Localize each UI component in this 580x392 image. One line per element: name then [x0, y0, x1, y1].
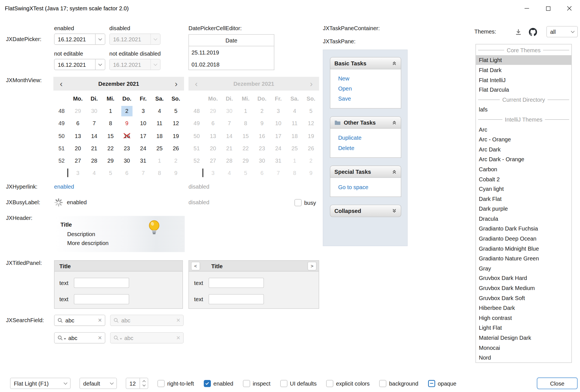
style-combobox[interactable]: default	[79, 378, 117, 389]
day-cell[interactable]: 2	[119, 105, 135, 117]
theme-list-item[interactable]: Dark Flat	[476, 194, 572, 204]
table-column-header[interactable]: Date	[189, 35, 274, 46]
font-size-value[interactable]: 12	[126, 378, 140, 388]
theme-list-item[interactable]: Material Design Dark	[476, 333, 572, 343]
titledpanel-next-button[interactable]: >	[308, 262, 317, 270]
taskpane-header[interactable]: Collapsed	[330, 205, 401, 217]
clear-icon[interactable]: ×	[98, 317, 102, 324]
day-cell[interactable]: 5	[168, 105, 184, 117]
spinner-arrows[interactable]	[140, 378, 148, 388]
checkbox-ui-defaults[interactable]: UI defaults	[280, 380, 317, 387]
theme-list-item[interactable]: Arc	[476, 124, 572, 134]
monthview-calendar-enabled[interactable]: ‹Dezember 2021›Mo.Di.Mi.Do.Fr.Sa.So.4829…	[53, 77, 184, 179]
search-field-enabled[interactable]: abc ×	[54, 315, 105, 326]
theme-list-item[interactable]: Cyan light	[476, 184, 572, 194]
maximize-button[interactable]	[537, 0, 559, 17]
text-input[interactable]	[209, 294, 264, 304]
taskpane-header[interactable]: Other Tasks	[330, 116, 401, 129]
day-cell[interactable]: 14	[86, 130, 102, 142]
day-cell[interactable]: 5	[102, 167, 119, 179]
day-cell[interactable]: 4	[151, 105, 168, 117]
theme-list-item[interactable]: Gradianto Midnight Blue	[476, 243, 572, 253]
dropdown-arrow-icon[interactable]	[95, 34, 105, 44]
day-cell[interactable]: 18	[151, 130, 168, 142]
table-row[interactable]: 01.02.2018	[189, 58, 274, 70]
day-cell[interactable]: 21	[86, 142, 102, 154]
theme-list-item[interactable]: Flat Dark	[476, 65, 572, 75]
day-cell[interactable]: 7	[86, 117, 102, 130]
day-cell[interactable]: 4	[86, 167, 102, 179]
clear-icon[interactable]: ×	[98, 334, 102, 341]
search-input-value[interactable]: abc	[68, 335, 96, 341]
day-cell[interactable]: 8	[151, 167, 168, 179]
checkbox-opaque[interactable]: opaque	[428, 380, 456, 387]
theme-list-item[interactable]: Gradianto Dark Fuchsia	[476, 224, 572, 233]
day-cell[interactable]: 19	[168, 130, 184, 142]
table-row[interactable]: 25.11.2019	[189, 46, 274, 58]
day-cell[interactable]: 2	[168, 154, 184, 167]
day-cell[interactable]: 31	[135, 154, 151, 167]
theme-list-item[interactable]: Dark purple	[476, 204, 572, 213]
day-cell[interactable]: 27	[70, 154, 86, 167]
day-cell[interactable]: 29	[102, 154, 119, 167]
day-cell[interactable]: 6	[119, 167, 135, 179]
taskpane-link[interactable]: New	[338, 75, 398, 82]
day-cell[interactable]: 13	[70, 130, 86, 142]
laf-combobox[interactable]: Flat Light (F1)	[10, 378, 70, 389]
checkbox-right-to-left[interactable]: right-to-left	[157, 380, 194, 387]
day-cell[interactable]: 22	[102, 142, 119, 154]
day-cell[interactable]: 9	[119, 117, 135, 130]
day-cell[interactable]: 1	[102, 105, 119, 117]
text-input[interactable]	[74, 278, 129, 288]
day-cell[interactable]: 23	[119, 142, 135, 154]
checkbox-busy[interactable]: busy	[294, 199, 316, 206]
checkbox-explicit-colors[interactable]: explicit colors	[326, 380, 370, 387]
theme-list-item[interactable]: Gradianto Nature Green	[476, 253, 572, 263]
next-month-button[interactable]: ›	[171, 80, 181, 88]
prev-month-button[interactable]: ‹	[56, 80, 66, 88]
dropdown-arrow-icon[interactable]	[95, 59, 105, 70]
day-cell[interactable]: 16	[119, 130, 135, 142]
theme-list-item[interactable]: lafs	[476, 104, 572, 114]
day-cell[interactable]: 3	[70, 167, 86, 179]
download-themes-button[interactable]	[513, 27, 523, 37]
close-button[interactable]: Close	[537, 377, 578, 389]
text-input[interactable]	[209, 278, 264, 288]
github-button[interactable]	[528, 27, 538, 37]
theme-list-item[interactable]: Gruvbox Dark Hard	[476, 273, 572, 283]
theme-list-item[interactable]: Dracula	[476, 214, 572, 224]
day-cell[interactable]: 11	[151, 117, 168, 130]
theme-list-item[interactable]: Hiberbee Dark	[476, 303, 572, 313]
theme-list-item[interactable]: Light Flat	[476, 323, 572, 332]
day-cell[interactable]: 26	[168, 142, 184, 154]
search-input-value[interactable]: abc	[65, 317, 96, 324]
checkbox-inspect[interactable]: inspect	[243, 380, 270, 387]
minimize-button[interactable]	[516, 0, 537, 17]
taskpane-link[interactable]: Duplicate	[338, 135, 398, 141]
datepicker-not-editable[interactable]: 16.12.2021	[54, 59, 105, 70]
day-cell[interactable]: 29	[70, 105, 86, 117]
datepicker-enabled[interactable]: 16.12.2021	[54, 34, 105, 45]
day-cell[interactable]: 15	[102, 130, 119, 142]
taskpane-link[interactable]: Save	[338, 96, 398, 102]
theme-list-item[interactable]: Nord	[476, 353, 572, 362]
day-cell[interactable]: 20	[70, 142, 86, 154]
day-cell[interactable]: 30	[86, 105, 102, 117]
day-cell[interactable]: 9	[168, 167, 184, 179]
themes-filter-combobox[interactable]: all	[546, 26, 578, 37]
day-cell[interactable]: 17	[135, 130, 151, 142]
day-cell[interactable]: 30	[119, 154, 135, 167]
font-size-spinner[interactable]: 12	[126, 378, 148, 389]
theme-list-item[interactable]: Gruvbox Dark Medium	[476, 283, 572, 293]
search-menu-icon[interactable]	[58, 335, 66, 341]
taskpane-header[interactable]: Special Tasks	[330, 166, 401, 178]
theme-list-item[interactable]: Gruvbox Dark Soft	[476, 293, 572, 303]
close-window-button[interactable]	[559, 0, 580, 17]
theme-list-item[interactable]: Flat Light	[476, 55, 572, 65]
theme-list-item[interactable]: Gray	[476, 263, 572, 273]
checkbox-enabled[interactable]: enabled	[204, 380, 233, 387]
checkbox-background[interactable]: background	[379, 380, 418, 387]
taskpane-link[interactable]: Go to space	[338, 184, 398, 190]
theme-list-item[interactable]: Monocai	[476, 343, 572, 352]
taskpane-link[interactable]: Delete	[338, 145, 398, 151]
